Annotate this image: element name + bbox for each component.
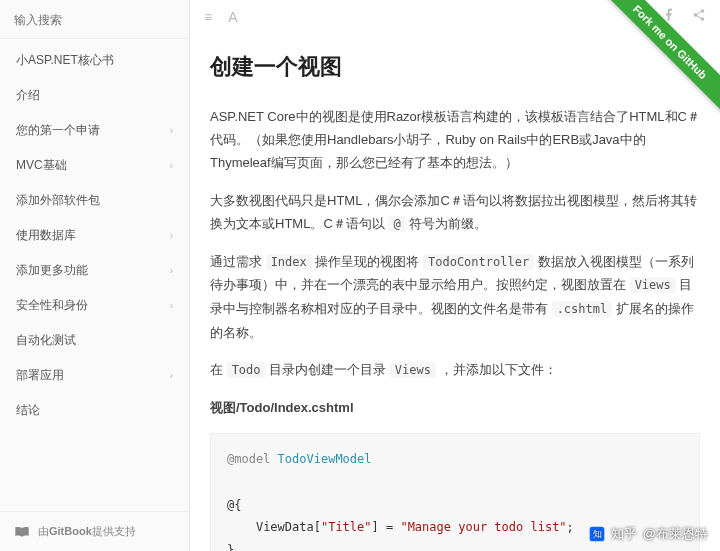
inline-code: Views: [390, 362, 436, 378]
search-box: [0, 0, 189, 39]
inline-code: @: [388, 216, 405, 232]
nav-item-conclusion[interactable]: 结论: [0, 393, 189, 428]
nav-item-deploy[interactable]: 部署应用›: [0, 358, 189, 393]
content: 创建一个视图 ASP.NET Core中的视图是使用Razor模板语言构建的，该…: [190, 33, 720, 551]
inline-code: Todo: [227, 362, 266, 378]
paragraph: 在 Todo 目录内创建一个目录 Views ，并添加以下文件：: [210, 358, 700, 382]
file-path-label: 视图/Todo/Index.cshtml: [210, 396, 700, 419]
chevron-right-icon: ›: [170, 160, 173, 171]
font-icon[interactable]: A: [228, 9, 237, 25]
nav-item-more-features[interactable]: 添加更多功能›: [0, 253, 189, 288]
book-icon: [14, 526, 30, 538]
paragraph: ASP.NET Core中的视图是使用Razor模板语言构建的，该模板语言结合了…: [210, 105, 700, 175]
paragraph: 通过需求 Index 操作呈现的视图将 TodoController 数据放入视…: [210, 250, 700, 344]
inline-code: Views: [630, 277, 676, 293]
chevron-right-icon: ›: [170, 370, 173, 381]
main: ≡ A 创建一个视图 ASP.NET Core中的视图是使用Razor模板语言构…: [190, 0, 720, 551]
menu-icon[interactable]: ≡: [204, 9, 212, 25]
paragraph: 大多数视图代码只是HTML，偶尔会添加C＃语句以将数据拉出视图模型，然后将其转换…: [210, 189, 700, 236]
chevron-right-icon: ›: [170, 230, 173, 241]
footer-text: 由GitBook提供支持: [38, 524, 136, 539]
nav-item-book[interactable]: 小ASP.NET核心书: [0, 43, 189, 78]
sidebar: 小ASP.NET核心书 介绍 您的第一个申请› MVC基础› 添加外部软件包 使…: [0, 0, 190, 551]
search-input[interactable]: [14, 13, 175, 27]
nav-item-testing[interactable]: 自动化测试: [0, 323, 189, 358]
chevron-right-icon: ›: [170, 125, 173, 136]
code-block: @model TodoViewModel @{ ViewData["Title"…: [210, 433, 700, 551]
nav-list: 小ASP.NET核心书 介绍 您的第一个申请› MVC基础› 添加外部软件包 使…: [0, 39, 189, 511]
sidebar-footer: 由GitBook提供支持: [0, 511, 189, 551]
nav-item-first-app[interactable]: 您的第一个申请›: [0, 113, 189, 148]
chevron-right-icon: ›: [170, 265, 173, 276]
chevron-right-icon: ›: [170, 300, 173, 311]
nav-item-intro[interactable]: 介绍: [0, 78, 189, 113]
nav-item-database[interactable]: 使用数据库›: [0, 218, 189, 253]
inline-code: .cshtml: [552, 301, 613, 317]
nav-item-security[interactable]: 安全性和身份›: [0, 288, 189, 323]
inline-code: TodoController: [423, 254, 534, 270]
share-icon[interactable]: [692, 8, 706, 25]
nav-item-mvc-basics[interactable]: MVC基础›: [0, 148, 189, 183]
page-title: 创建一个视图: [210, 47, 700, 87]
inline-code: Index: [266, 254, 312, 270]
nav-item-packages[interactable]: 添加外部软件包: [0, 183, 189, 218]
